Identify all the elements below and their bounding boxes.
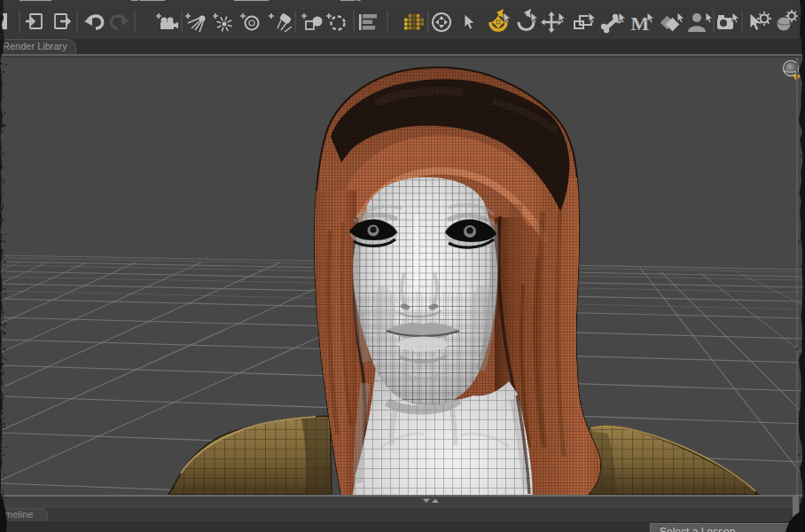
svg-text:M: M <box>631 12 650 35</box>
